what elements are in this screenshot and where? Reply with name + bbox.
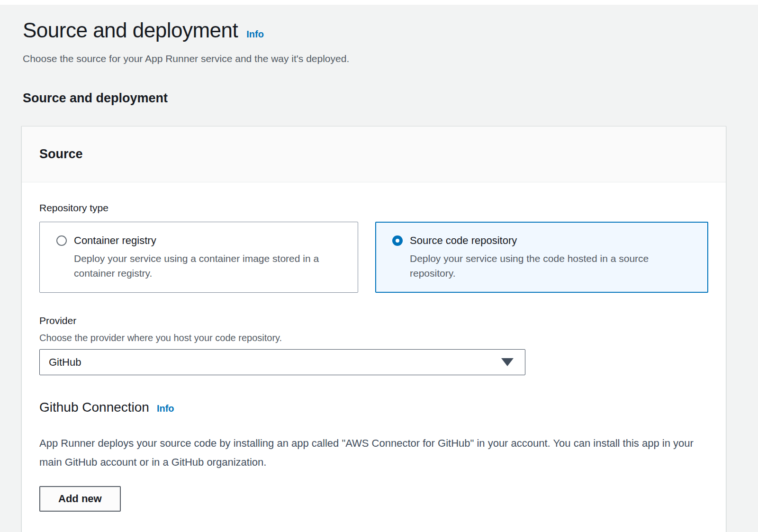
add-new-button[interactable]: Add new: [39, 486, 121, 512]
github-connection-header: Github Connection Info: [39, 400, 708, 415]
tile-title: Container registry: [74, 234, 344, 247]
tile-text: Container registry Deploy your service u…: [74, 234, 344, 280]
source-panel-title: Source: [39, 147, 83, 162]
page-title-info-link[interactable]: Info: [246, 29, 264, 40]
tile-source-code-repository[interactable]: Source code repository Deploy your servi…: [375, 222, 708, 293]
repository-type-tiles: Container registry Deploy your service u…: [39, 222, 708, 293]
tile-text: Source code repository Deploy your servi…: [410, 234, 695, 280]
repository-type-label: Repository type: [39, 202, 708, 214]
page-content: Source and deployment Info Choose the so…: [0, 5, 758, 532]
github-connection-info-link[interactable]: Info: [157, 403, 174, 414]
provider-description: Choose the provider where you host your …: [39, 332, 708, 344]
section-heading: Source and deployment: [23, 91, 758, 106]
provider-label: Provider: [39, 315, 708, 327]
page-subtitle: Choose the source for your App Runner se…: [23, 52, 758, 65]
source-panel-header: Source: [22, 126, 726, 182]
source-panel: Source Repository type Container registr…: [21, 126, 726, 532]
provider-select[interactable]: GitHub: [39, 349, 525, 375]
radio-unselected-icon[interactable]: [56, 235, 67, 246]
github-connection-description: App Runner deploys your source code by i…: [39, 434, 700, 472]
tile-container-registry[interactable]: Container registry Deploy your service u…: [39, 222, 358, 293]
tile-description: Deploy your service using the code hoste…: [410, 251, 695, 280]
tile-title: Source code repository: [410, 234, 695, 247]
radio-selected-icon[interactable]: [392, 235, 403, 246]
page-title: Source and deployment: [23, 17, 238, 44]
caret-down-icon: [501, 358, 514, 366]
page-header: Source and deployment Info: [23, 17, 758, 44]
github-connection-heading: Github Connection: [39, 400, 149, 415]
top-strip: [0, 0, 758, 5]
source-panel-body: Repository type Container registry Deplo…: [22, 182, 726, 512]
provider-field: Provider Choose the provider where you h…: [39, 315, 708, 375]
provider-select-value: GitHub: [49, 356, 81, 369]
tile-description: Deploy your service using a container im…: [74, 251, 344, 280]
